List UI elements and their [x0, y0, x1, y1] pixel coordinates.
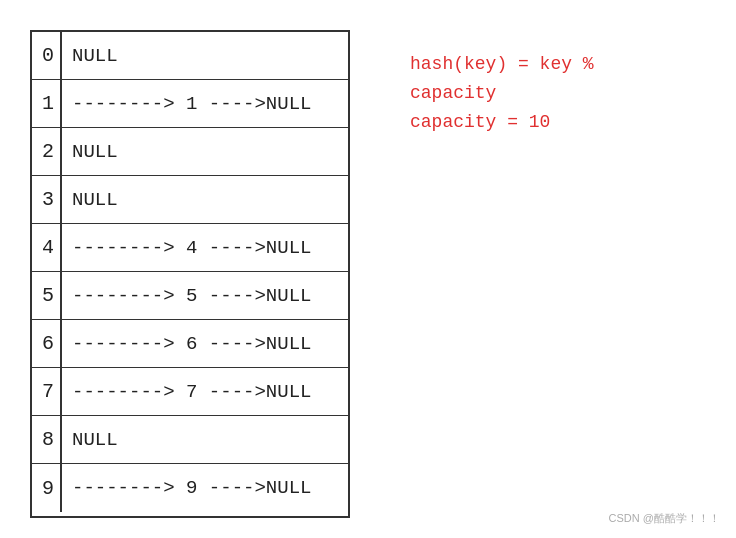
table-row: 3NULL — [32, 176, 348, 224]
table-row: 1--------> 1 ---->NULL — [32, 80, 348, 128]
table-row: 5--------> 5 ---->NULL — [32, 272, 348, 320]
row-content: NULL — [62, 189, 118, 211]
row-content: NULL — [62, 429, 118, 451]
table-row: 0NULL — [32, 32, 348, 80]
row-content: --------> 4 ---->NULL — [62, 237, 311, 259]
table-row: 7--------> 7 ---->NULL — [32, 368, 348, 416]
info-line-1: hash(key) = key % — [410, 50, 594, 79]
row-content: --------> 9 ---->NULL — [62, 477, 311, 499]
table-row: 2NULL — [32, 128, 348, 176]
row-content: --------> 6 ---->NULL — [62, 333, 311, 355]
row-content: NULL — [62, 141, 118, 163]
watermark: CSDN @酷酷学！！！ — [609, 511, 720, 526]
row-content: --------> 7 ---->NULL — [62, 381, 311, 403]
row-content: --------> 5 ---->NULL — [62, 285, 311, 307]
row-index: 1 — [32, 80, 62, 127]
row-index: 2 — [32, 128, 62, 175]
row-index: 7 — [32, 368, 62, 415]
row-index: 8 — [32, 416, 62, 463]
row-index: 5 — [32, 272, 62, 319]
main-container: 0NULL1--------> 1 ---->NULL2NULL3NULL4--… — [0, 0, 736, 538]
row-content: NULL — [62, 45, 118, 67]
hash-table: 0NULL1--------> 1 ---->NULL2NULL3NULL4--… — [30, 30, 350, 518]
row-index: 9 — [32, 464, 62, 512]
table-row: 8NULL — [32, 416, 348, 464]
info-line-3: capacity = 10 — [410, 108, 594, 137]
table-row: 9--------> 9 ---->NULL — [32, 464, 348, 512]
row-index: 0 — [32, 32, 62, 79]
row-content: --------> 1 ---->NULL — [62, 93, 311, 115]
table-row: 4--------> 4 ---->NULL — [32, 224, 348, 272]
info-line-2: capacity — [410, 79, 594, 108]
info-panel: hash(key) = key % capacity capacity = 10 — [410, 50, 594, 518]
row-index: 4 — [32, 224, 62, 271]
row-index: 6 — [32, 320, 62, 367]
row-index: 3 — [32, 176, 62, 223]
table-row: 6--------> 6 ---->NULL — [32, 320, 348, 368]
